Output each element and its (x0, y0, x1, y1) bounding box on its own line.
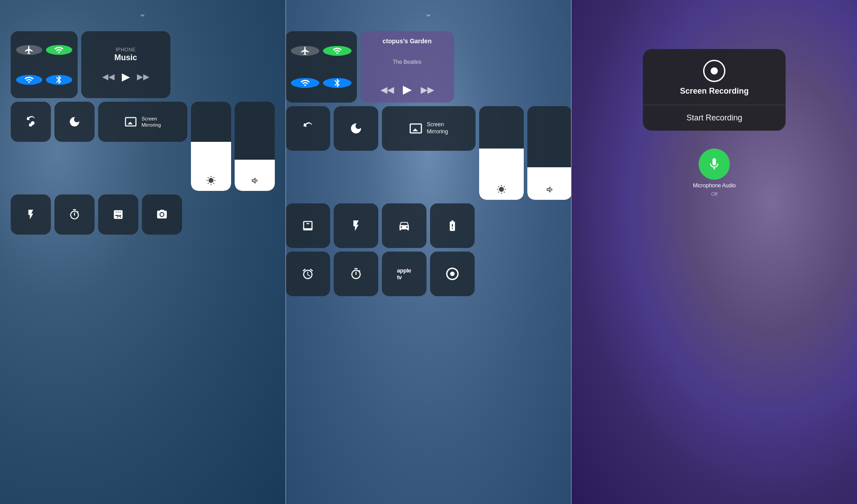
screen-recording-popup: Screen Recording Start Recording (643, 49, 786, 131)
camera-tile[interactable] (142, 194, 182, 235)
p2-calculator-tile[interactable] (286, 203, 330, 248)
volume-slider[interactable] (235, 102, 275, 191)
control-center-grid-1: IPHONE Music ◀◀ ▶ ▶▶ (6, 27, 279, 239)
p2-bluetooth-btn[interactable] (323, 78, 352, 88)
screen-recording-title: Screen Recording (680, 87, 749, 96)
p2-screen-record-tile[interactable] (430, 252, 475, 296)
svg-point-0 (160, 213, 163, 216)
p2-row-3 (286, 203, 571, 248)
p2-row-2: ScreenMirroring (286, 106, 571, 200)
p2-artist: The Beatles (393, 59, 421, 65)
mic-label: Microphone Audio (693, 182, 736, 189)
p2-row-1: ctopus's Garden The Beatles ◀◀ ▶ ▶▶ (286, 31, 571, 103)
connectivity-tile[interactable] (11, 31, 78, 98)
p2-cellular-btn[interactable] (323, 46, 352, 56)
music-controls: ◀◀ ▶ ▶▶ (102, 70, 149, 83)
panel-1: ⌄ (0, 0, 286, 504)
p2-screen-mirroring-label: ScreenMirroring (427, 121, 448, 135)
orientation-lock-tile[interactable] (11, 102, 51, 142)
screen-mirroring-tile[interactable]: ScreenMirroring (98, 102, 187, 142)
p2-next-btn[interactable]: ▶▶ (421, 84, 434, 95)
row-3 (11, 194, 275, 235)
p2-wifi-btn[interactable] (291, 78, 319, 88)
microphone-audio-btn[interactable]: Microphone Audio Off (693, 149, 736, 197)
music-source: IPHONE (116, 47, 136, 52)
panel-2: ⌄ (286, 0, 571, 504)
screen-mirroring-label: ScreenMirroring (141, 116, 161, 128)
wifi-btn[interactable] (16, 75, 42, 85)
p2-timer2-tile[interactable] (334, 252, 378, 296)
p2-carplay-tile[interactable] (382, 203, 426, 248)
mic-circle[interactable] (699, 149, 730, 180)
brightness-slider[interactable] (191, 102, 231, 191)
p2-alarm-tile[interactable] (286, 252, 330, 296)
play-btn[interactable]: ▶ (122, 70, 130, 83)
airplane-mode-btn[interactable] (16, 45, 42, 55)
p2-connectivity-tile[interactable] (286, 31, 357, 103)
p2-orientation-lock-tile[interactable] (286, 106, 330, 151)
prev-btn[interactable]: ◀◀ (102, 72, 115, 82)
p2-flashlight-tile[interactable] (334, 203, 378, 248)
cellular-btn[interactable] (46, 45, 72, 55)
p2-screen-mirroring-tile[interactable]: ScreenMirroring (382, 106, 476, 151)
flashlight-tile[interactable] (11, 194, 51, 235)
next-btn[interactable]: ▶▶ (137, 72, 149, 82)
p2-appletv-tile[interactable]: appletv (382, 252, 426, 296)
row-2: ScreenMirroring (11, 102, 275, 191)
bluetooth-btn[interactable] (46, 75, 72, 85)
p2-brightness-slider[interactable] (479, 106, 524, 200)
timer-tile[interactable] (54, 194, 95, 235)
calculator-tile[interactable] (98, 194, 138, 235)
chevron-2[interactable]: ⌄ (420, 9, 438, 18)
p2-volume-slider[interactable] (527, 106, 571, 200)
do-not-disturb-tile[interactable] (54, 102, 95, 142)
music-tile[interactable]: IPHONE Music ◀◀ ▶ ▶▶ (81, 31, 170, 98)
p2-row-4: appletv (286, 252, 571, 296)
p2-prev-btn[interactable]: ◀◀ (381, 84, 394, 95)
row-1: IPHONE Music ◀◀ ▶ ▶▶ (11, 31, 275, 98)
screen-recording-icon (703, 60, 725, 82)
sr-title-row: Screen Recording (643, 49, 786, 105)
mic-status: Off (711, 191, 717, 197)
p2-battery-tile[interactable] (430, 203, 475, 248)
panel-3: Screen Recording Start Recording Microph… (571, 0, 857, 504)
chevron-1[interactable]: ⌄ (134, 9, 152, 18)
p2-music-controls: ◀◀ ▶ ▶▶ (381, 83, 434, 96)
p2-dnd-tile[interactable] (334, 106, 378, 151)
p2-airplane-btn[interactable] (291, 46, 319, 56)
p2-music-tile[interactable]: ctopus's Garden The Beatles ◀◀ ▶ ▶▶ (360, 31, 454, 103)
p2-song-title: ctopus's Garden (383, 37, 432, 45)
music-title: Music (114, 53, 137, 62)
control-center-grid-2: ctopus's Garden The Beatles ◀◀ ▶ ▶▶ (286, 27, 571, 301)
p2-play-btn[interactable]: ▶ (403, 83, 412, 96)
start-recording-btn[interactable]: Start Recording (643, 105, 786, 131)
